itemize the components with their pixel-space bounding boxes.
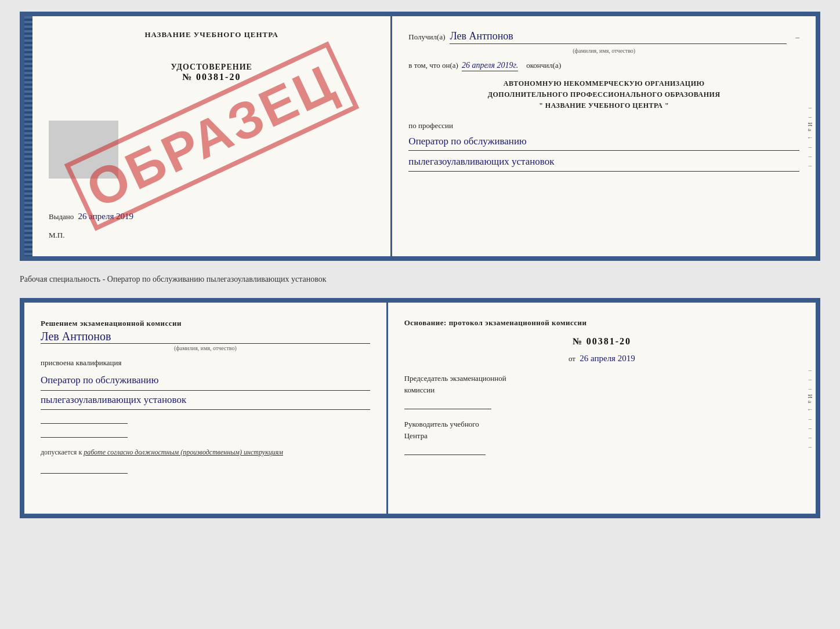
predsedatel-block: Председатель экзаменационной комиссии	[404, 373, 799, 409]
okoncil-label: окончил(а)	[526, 61, 561, 70]
org-line3: " НАЗВАНИЕ УЧЕБНОГО ЦЕНТРА "	[408, 100, 799, 111]
osnovaniye-label: Основание: протокол экзаменационной коми…	[404, 317, 799, 329]
recipient-name: Лев Антпонов	[450, 30, 786, 44]
predsedatel-line1: Председатель экзаменационной	[404, 373, 799, 384]
bottom-right-page: Основание: протокол экзаменационной коми…	[388, 303, 816, 514]
udostoverenie-block: УДОСТОВЕРЕНИЕ № 00381-20	[49, 63, 374, 82]
profession-line2: пылегазоулавливающих установок	[408, 153, 799, 172]
qualification-line1: Оператор по обслуживанию	[41, 371, 370, 390]
vtom-date: 26 апреля 2019г.	[462, 61, 518, 71]
bottom-certificate-book: Решением экзаменационной комиссии Лев Ан…	[20, 298, 820, 518]
signature-line-3	[41, 462, 128, 474]
rukovoditel-signature	[404, 443, 486, 455]
book-spine-top	[24, 16, 32, 256]
ot-date: 26 апреля 2019	[580, 354, 635, 363]
udostoverenie-number: № 00381-20	[49, 72, 374, 82]
org-line2: ДОПОЛНИТЕЛЬНОГО ПРОФЕССИОНАЛЬНОГО ОБРАЗО…	[408, 89, 799, 100]
right-side-markers: – – И а ← – – –	[807, 16, 813, 256]
prisvoena-label: присвоена квалификация	[41, 358, 370, 368]
udostoverenie-label: УДОСТОВЕРЕНИЕ	[49, 63, 374, 72]
document-container: НАЗВАНИЕ УЧЕБНОГО ЦЕНТРА УДОСТОВЕРЕНИЕ №…	[20, 12, 820, 518]
vydano-line: Выдано 26 апреля 2019	[49, 212, 374, 221]
rukovoditel-line2: Центра	[404, 430, 799, 442]
poluchil-label: Получил(а)	[408, 32, 445, 42]
vtom-prefix: в том, что он(а)	[408, 61, 458, 70]
vydano-label: Выдано	[49, 212, 74, 221]
resheniem-label: Решением экзаменационной комиссии	[41, 317, 370, 330]
ot-line: от 26 апреля 2019	[404, 354, 799, 363]
bottom-number: № 00381-20	[404, 336, 799, 347]
photo-placeholder	[49, 121, 118, 179]
top-left-header: НАЗВАНИЕ УЧЕБНОГО ЦЕНТРА	[49, 30, 374, 39]
bottom-recipient-name: Лев Антпонов	[41, 330, 370, 344]
rukovoditel-block: Руководитель учебного Центра	[404, 419, 799, 455]
bottom-left-page: Решением экзаменационной комиссии Лев Ан…	[24, 303, 388, 514]
dopuskaetsya-block: допускается к работе согласно должностны…	[41, 447, 370, 457]
predsedatel-line2: комиссии	[404, 384, 799, 396]
separator-text: Рабочая специальность - Оператор по обсл…	[20, 270, 820, 289]
dopuskaetsya-prefix: допускается к	[41, 448, 82, 456]
profession-line1: Оператор по обслуживанию	[408, 133, 799, 151]
fio-subtitle-bottom: (фамилия, имя, отчество)	[41, 345, 370, 351]
top-certificate-book: НАЗВАНИЕ УЧЕБНОГО ЦЕНТРА УДОСТОВЕРЕНИЕ №…	[20, 12, 820, 261]
org-block: АВТОНОМНУЮ НЕКОММЕРЧЕСКУЮ ОРГАНИЗАЦИЮ ДО…	[408, 78, 799, 112]
fio-subtitle-top: (фамилия, имя, отчество)	[408, 48, 799, 54]
po-professii-label: по профессии	[408, 121, 799, 130]
poluchil-line: Получил(а) Лев Антпонов –	[408, 30, 799, 44]
signature-line-2	[41, 426, 128, 438]
vydano-date: 26 апреля 2019	[78, 212, 134, 221]
signature-line-1	[41, 412, 128, 424]
rukovoditel-line1: Руководитель учебного	[404, 419, 799, 430]
bottom-right-side-markers: – – – И а ← – – – –	[807, 303, 813, 514]
org-line1: АВТОНОМНУЮ НЕКОММЕРЧЕСКУЮ ОРГАНИЗАЦИЮ	[408, 78, 799, 89]
dopuskaetsya-text: работе согласно должностным (производств…	[84, 448, 283, 456]
qualification-line2: пылегазоулавливающих установок	[41, 391, 370, 410]
ot-prefix: от	[569, 354, 575, 363]
top-left-page: НАЗВАНИЕ УЧЕБНОГО ЦЕНТРА УДОСТОВЕРЕНИЕ №…	[32, 16, 392, 256]
mp-label: М.П.	[49, 231, 64, 240]
vtom-line: в том, что он(а) 26 апреля 2019г. окончи…	[408, 61, 799, 71]
top-right-page: Получил(а) Лев Антпонов – (фамилия, имя,…	[392, 16, 816, 256]
predsedatel-signature	[404, 398, 491, 409]
